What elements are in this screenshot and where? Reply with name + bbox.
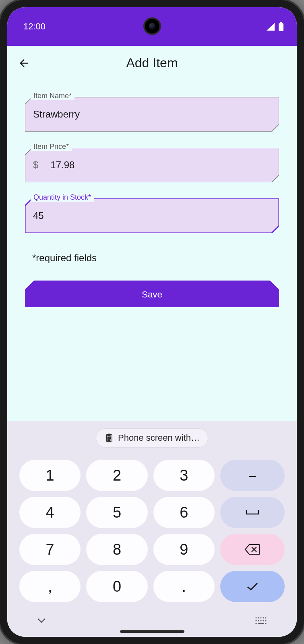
- quantity-field[interactable]: Quantity in Stock*: [25, 198, 279, 233]
- keyboard-nav-row: [7, 605, 297, 630]
- backspace-icon: [244, 544, 261, 555]
- device-frame: 12:00 Add Item: [0, 0, 304, 644]
- required-note: *required fields: [25, 249, 279, 276]
- key-backspace[interactable]: [220, 534, 285, 565]
- key-4[interactable]: 4: [19, 497, 81, 528]
- save-button-wrap: Save: [25, 281, 279, 307]
- keyboard: Phone screen with… 1 2 3 – 4 5 6 7 8: [7, 421, 297, 637]
- screen: 12:00 Add Item: [7, 7, 297, 637]
- item-name-input[interactable]: [33, 109, 271, 120]
- svg-point-13: [265, 620, 266, 621]
- key-5[interactable]: 5: [86, 497, 147, 528]
- page-title: Add Item: [14, 56, 290, 70]
- keyboard-icon: [255, 617, 267, 625]
- item-price-field[interactable]: Item Price* $: [25, 148, 279, 182]
- key-space[interactable]: [220, 497, 285, 528]
- item-price-input[interactable]: [50, 159, 271, 171]
- key-7[interactable]: 7: [19, 534, 81, 565]
- svg-point-8: [265, 617, 266, 618]
- svg-rect-1: [280, 22, 282, 23]
- collapse-keyboard-button[interactable]: [35, 615, 48, 627]
- numeric-keypad: 1 2 3 – 4 5 6 7 8 9 ,: [7, 456, 297, 605]
- suggestion-text: Phone screen with…: [118, 433, 200, 443]
- currency-prefix: $: [33, 159, 38, 171]
- key-minus[interactable]: –: [220, 460, 285, 491]
- key-2[interactable]: 2: [86, 460, 147, 491]
- chevron-down-icon: [37, 618, 46, 623]
- keyboard-switch-button[interactable]: [252, 614, 269, 629]
- item-name-field[interactable]: Item Name*: [25, 97, 279, 132]
- svg-point-16: [265, 623, 266, 624]
- key-enter[interactable]: [220, 571, 285, 602]
- save-button[interactable]: Save: [25, 281, 279, 307]
- svg-point-5: [258, 617, 259, 618]
- content-area: Add Item Item Name*: [7, 46, 297, 637]
- svg-rect-15: [258, 623, 264, 624]
- signal-icon: [266, 23, 275, 31]
- suggestion-chip[interactable]: Phone screen with…: [96, 428, 208, 448]
- svg-rect-0: [279, 23, 283, 31]
- status-time: 12:00: [20, 21, 45, 32]
- status-icons: [266, 22, 284, 31]
- home-indicator[interactable]: [120, 630, 184, 633]
- svg-point-10: [258, 620, 259, 621]
- svg-point-14: [255, 623, 256, 624]
- save-button-label: Save: [142, 289, 162, 299]
- svg-point-4: [255, 617, 256, 618]
- key-0[interactable]: 0: [86, 571, 147, 602]
- app-bar: Add Item: [7, 46, 297, 78]
- clipboard-icon: [104, 433, 113, 443]
- space-icon: [245, 509, 260, 516]
- key-1[interactable]: 1: [19, 460, 81, 491]
- suggestion-bar: Phone screen with…: [7, 421, 297, 456]
- back-button[interactable]: [14, 54, 33, 74]
- check-icon: [245, 581, 260, 592]
- camera-notch: [143, 17, 161, 35]
- item-name-label: Item Name*: [31, 92, 74, 100]
- key-6[interactable]: 6: [153, 497, 215, 528]
- quantity-label: Quantity in Stock*: [31, 193, 94, 202]
- quantity-input[interactable]: [33, 210, 271, 221]
- key-comma[interactable]: ,: [19, 571, 81, 602]
- key-3[interactable]: 3: [153, 460, 215, 491]
- add-item-form: Item Name* Item Price* $: [7, 78, 297, 315]
- item-price-label: Item Price*: [31, 142, 72, 151]
- svg-point-6: [260, 617, 261, 618]
- svg-point-9: [255, 620, 256, 621]
- key-period[interactable]: .: [153, 571, 215, 602]
- svg-point-11: [260, 620, 261, 621]
- svg-point-7: [263, 617, 264, 618]
- key-9[interactable]: 9: [153, 534, 215, 565]
- arrow-back-icon: [18, 57, 30, 69]
- battery-icon: [278, 22, 284, 31]
- svg-point-12: [263, 620, 264, 621]
- key-8[interactable]: 8: [86, 534, 147, 565]
